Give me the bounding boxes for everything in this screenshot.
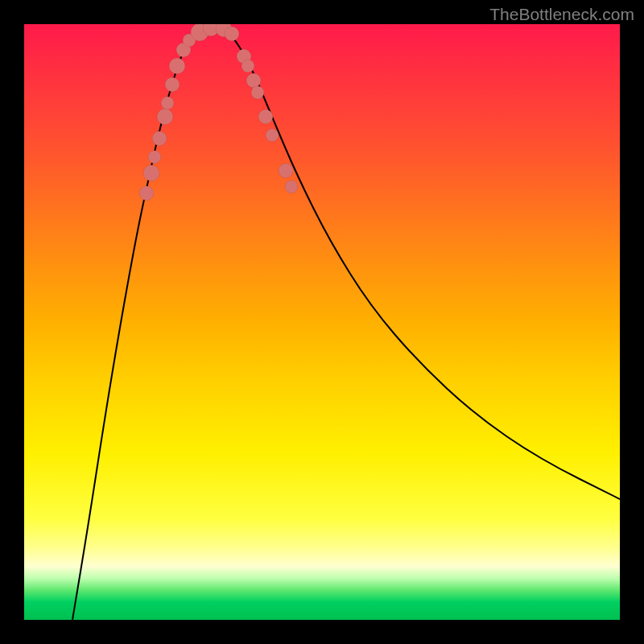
data-markers [139,24,298,200]
data-point [246,73,261,88]
chart-plot-area [24,24,620,620]
data-point [165,77,180,92]
data-point [148,151,161,163]
data-point [169,58,185,74]
data-point [143,165,159,181]
data-point [242,60,254,72]
data-point [258,109,273,124]
data-point [161,97,174,109]
data-point [279,163,293,178]
data-point [157,109,173,125]
bottleneck-curve [72,27,620,620]
data-point [139,186,154,200]
data-point [225,27,239,41]
chart-svg [24,24,620,620]
watermark-text: TheBottleneck.com [489,5,634,24]
data-point [285,180,298,193]
data-point [152,131,167,146]
data-point [266,129,279,142]
data-point [251,86,264,99]
